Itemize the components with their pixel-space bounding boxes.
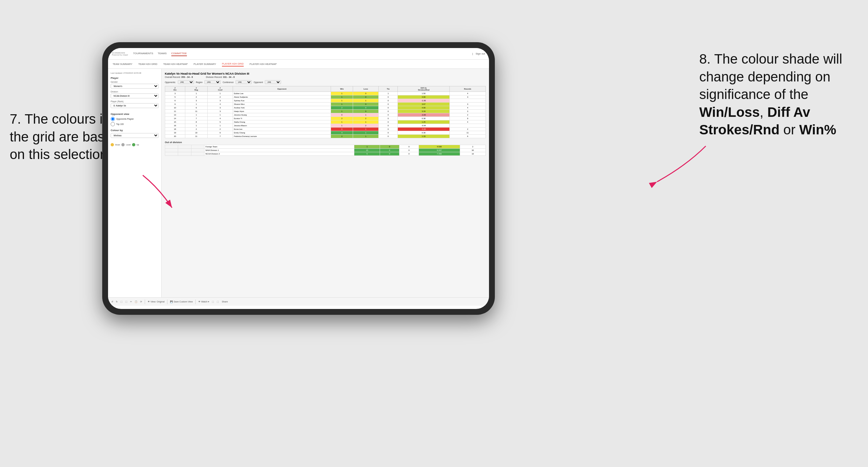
- col-conf: #Conf: [208, 86, 233, 92]
- ood-table-row: Foreign Team1004.5002: [165, 145, 486, 149]
- sub-nav-player-h2h-heatmap[interactable]: PLAYER H2H HEATMAP: [250, 62, 277, 66]
- table-row: 1311Jessica Huang010-3.002: [165, 113, 486, 117]
- conference-filter-select[interactable]: (All): [236, 80, 252, 84]
- cut-button[interactable]: ✂: [130, 301, 132, 303]
- conference-filter-label: Conference: [223, 81, 234, 84]
- out-of-division-header: Out of division: [165, 141, 486, 144]
- opponents-filter-label: Opponents:: [165, 81, 176, 84]
- watch-button[interactable]: 👁 Watch ▾: [198, 301, 209, 303]
- col-tie: Tie: [379, 86, 398, 92]
- app-nav: SCOREBOARD Powered by clippd TOURNAMENTS…: [108, 48, 489, 60]
- ood-table-row: NAIA Division 115009.26730: [165, 149, 486, 152]
- save-custom-view-button[interactable]: 💾 Save Custom View: [170, 301, 193, 303]
- legend-up-dot: [132, 143, 135, 146]
- table-row: 522Alexis Sudjianto1004.003: [165, 95, 486, 99]
- table-row: 914Sharon Mun1003.673: [165, 102, 486, 106]
- toolbar-btn-grid[interactable]: ⬚: [212, 301, 214, 303]
- grid-title: Katelyn Vo Head-to-Head Grid for Women's…: [165, 72, 486, 75]
- gender-label: Gender: [111, 81, 159, 83]
- sub-nav-player-summary[interactable]: PLAYER SUMMARY: [194, 62, 216, 66]
- legend-level-label: Level: [126, 144, 130, 146]
- col-win: Win: [331, 86, 353, 92]
- arrow-left-annotation: [140, 172, 179, 211]
- nav-tournaments[interactable]: TOURNAMENTS: [133, 51, 153, 56]
- region-filter-label: Region: [196, 81, 203, 84]
- toolbar-btn-share2[interactable]: ⬚: [217, 301, 219, 303]
- region-filter-select[interactable]: (All): [205, 80, 221, 84]
- legend-down-dot: [111, 143, 114, 146]
- nav-right: | Sign out: [472, 52, 485, 55]
- h2h-table: #Div #Reg #Conf Opponent Win Loss Tie Di…: [165, 86, 486, 138]
- share-button[interactable]: Share: [222, 301, 228, 303]
- col-opponent: Opponent: [233, 86, 331, 92]
- legend-down-label: Down: [115, 144, 120, 146]
- table-row: 1474Eunice Yi2200.389: [165, 117, 486, 120]
- table-row: 11113Heejo Hyun1003.333: [165, 110, 486, 113]
- sign-out-link[interactable]: Sign out: [476, 52, 485, 55]
- ood-table-row: NCAA Division 25007.40010: [165, 152, 486, 156]
- app-logo: SCOREBOARD Powered by clippd: [112, 52, 128, 56]
- nav-committee[interactable]: COMMITTEE: [171, 51, 187, 56]
- nav-links: TOURNAMENTS TEAMS COMMITTEE: [133, 51, 472, 56]
- sub-nav: TEAM SUMMARY TEAM H2H GRID TEAM H2H HEAT…: [108, 60, 489, 69]
- overall-record: Overall Record: 353 - 34 - 6: [165, 76, 193, 78]
- right-panel: Katelyn Vo Head-to-Head Grid for Women's…: [162, 69, 489, 297]
- sub-nav-team-h2h-heatmap[interactable]: TEAM H2H HEATMAP: [163, 62, 188, 66]
- undo-button[interactable]: ↺: [111, 301, 113, 303]
- redo-button[interactable]: ↻: [116, 301, 118, 303]
- refresh-button[interactable]: ⟳: [140, 301, 142, 303]
- toolbar-btn-4[interactable]: ⬚: [125, 301, 127, 303]
- player-rank-select[interactable]: 8. Katelyn Vo: [111, 103, 159, 108]
- table-row: 1611Jessica Mason120-0.94: [165, 124, 486, 128]
- colour-by-title: Colour by: [111, 129, 159, 132]
- arrow-right-annotation: [644, 139, 709, 188]
- bottom-toolbar: ↺ ↻ ⬚ ⬚ ✂ 📋 ⟳ 👁 View: Original 💾 Save Cu…: [108, 297, 489, 306]
- radio-top100[interactable]: Top 100: [111, 122, 159, 126]
- paste-button[interactable]: 📋: [135, 301, 137, 303]
- toolbar-divider-3: [195, 300, 196, 304]
- grid-records: Overall Record: 353 - 34 - 6 Division Re…: [165, 76, 486, 78]
- sub-nav-player-h2h-grid[interactable]: PLAYER H2H GRID: [222, 62, 244, 66]
- opponent-filter-label: Opponent: [254, 81, 263, 84]
- toolbar-divider-2: [167, 300, 167, 304]
- colour-by-select[interactable]: Win/loss: [111, 133, 159, 138]
- table-row: 311Esther Lee1011.504: [165, 92, 486, 95]
- table-row: 633Sydney Kuo110-1.00: [165, 99, 486, 102]
- table-row: 19106Emily Chang4100.3011: [165, 131, 486, 135]
- col-div: #Div: [165, 86, 185, 92]
- col-loss: Loss: [353, 86, 379, 92]
- annotation-right: 8. The colour shade will change dependin…: [699, 50, 862, 139]
- division-select[interactable]: NCAA Division III: [111, 93, 159, 98]
- table-row: 1585Stella Cheng1101.254: [165, 120, 486, 124]
- player-section-title: Player: [111, 76, 159, 80]
- legend-up-label: Up: [136, 144, 139, 146]
- division-label: Division: [111, 91, 159, 93]
- player-rank-label: Player (Rank): [111, 100, 159, 102]
- out-of-division-table: Foreign Team1004.5002NAIA Division 11500…: [165, 145, 486, 156]
- opponents-filter-select[interactable]: (All): [178, 80, 194, 84]
- table-row: 20117Federica Domecq Lacroze2101.336: [165, 135, 486, 138]
- sub-nav-team-summary[interactable]: TEAM SUMMARY: [113, 62, 132, 66]
- division-record: Division Record: 331 - 34 - 6: [206, 76, 235, 78]
- filters-row: Opponents: (All) Region (All) Conference…: [165, 80, 486, 84]
- col-diff: Diff AvStrokes/Rnd: [398, 86, 450, 92]
- opponent-view-title: Opponent view: [111, 113, 159, 116]
- legend-level-dot: [121, 143, 125, 146]
- toolbar-divider-1: [145, 300, 145, 304]
- view-original-button[interactable]: 👁 View: Original: [148, 301, 164, 303]
- col-rounds: Rounds: [450, 86, 486, 92]
- opponent-filter-select[interactable]: (All): [265, 80, 281, 84]
- sub-nav-team-h2h-grid[interactable]: TEAM H2H GRID: [138, 62, 157, 66]
- table-row: 1822Euna Lee010-5.002: [165, 128, 486, 131]
- nav-teams[interactable]: TEAMS: [158, 51, 167, 56]
- last-updated: Last Updated: 27/03/2024 16:55:38: [111, 72, 159, 74]
- toolbar-btn-3[interactable]: ⬚: [120, 301, 123, 303]
- col-reg: #Reg: [185, 86, 207, 92]
- table-row: 1063Andrea York2004.004: [165, 106, 486, 110]
- radio-opponents-played[interactable]: Opponents Played: [111, 117, 159, 121]
- legend: Down Level Up: [111, 143, 159, 146]
- gender-select[interactable]: Women's: [111, 84, 159, 89]
